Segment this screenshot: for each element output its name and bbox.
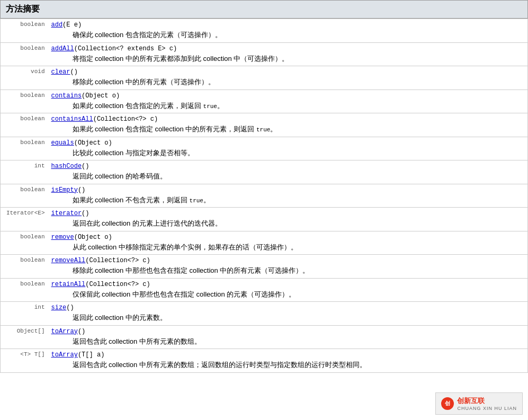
method-link[interactable]: add [51,21,63,29]
method-cell: containsAll(Collection<?> c)如果此 collecti… [48,113,528,137]
method-description: 从此 collection 中移除指定元素的单个实例，如果存在的话（可选操作）。 [51,242,525,253]
page-header: 方法摘要 [0,0,528,19]
method-cell: equals(Object o)比较此 collection 与指定对象是否相等… [48,137,528,160]
return-type-cell: int [1,160,48,184]
method-cell: remove(Object o)从此 collection 中移除指定元素的单个… [48,231,528,255]
method-description: 仅保留此 collection 中那些也包含在指定 collection 的元素… [51,289,525,300]
table-row: booleanremove(Object o)从此 collection 中移除… [1,231,528,255]
method-summary-table: booleanadd(E e)确保此 collection 包含指定的元素（可选… [0,19,528,373]
method-cell: isEmpty()如果此 collection 不包含元素，则返回 true。 [48,184,528,208]
method-description: 返回此 collection 中的元素数。 [51,312,525,323]
method-description: 移除此 collection 中那些也包含在指定 collection 中的所有… [51,265,525,276]
return-type-cell: boolean [1,184,48,208]
method-description: 如果此 collection 包含指定的元素，则返回 true。 [51,101,525,111]
method-cell: addAll(Collection<? extends E> c)将指定 col… [48,42,528,66]
method-description: 返回此 collection 的哈希码值。 [51,171,525,182]
method-description: 返回在此 collection 的元素上进行迭代的迭代器。 [51,218,525,229]
table-row: voidclear()移除此 collection 中的所有元素（可选操作）。 [1,66,528,90]
method-description: 将指定 collection 中的所有元素都添加到此 collection 中（… [51,53,525,64]
method-link[interactable]: remove [51,234,74,241]
method-link[interactable]: retainAll [51,281,86,288]
return-type-cell: boolean [1,231,48,255]
table-row: Iterator<E>iterator()返回在此 collection 的元素… [1,208,528,231]
table-row: booleanremoveAll(Collection<?> c)移除此 col… [1,255,528,279]
method-link[interactable]: equals [51,139,74,147]
table-row: booleancontains(Object o)如果此 collection … [1,90,528,113]
method-description: 返回包含此 collection 中所有元素的数组；返回数组的运行时类型与指定数… [51,360,525,370]
method-description: 比较此 collection 与指定对象是否相等。 [51,148,525,158]
method-link[interactable]: iterator [51,210,82,217]
method-description: 移除此 collection 中的所有元素（可选操作）。 [51,77,525,87]
method-description: 返回包含此 collection 中所有元素的数组。 [51,336,525,347]
logo-icon: 创 [441,397,454,410]
table-row: booleanaddAll(Collection<? extends E> c)… [1,42,528,66]
method-cell: iterator()返回在此 collection 的元素上进行迭代的迭代器。 [48,208,528,231]
return-type-cell: Object[] [1,325,48,349]
return-type-cell: boolean [1,90,48,113]
table-row: booleanadd(E e)确保此 collection 包含指定的元素（可选… [1,19,528,43]
table-row: booleancontainsAll(Collection<?> c)如果此 c… [1,113,528,137]
method-link[interactable]: addAll [51,45,74,52]
table-row: booleanequals(Object o)比较此 collection 与指… [1,137,528,160]
method-link[interactable]: containsAll [51,115,93,123]
method-link[interactable]: clear [51,68,70,76]
method-cell: clear()移除此 collection 中的所有元素（可选操作）。 [48,66,528,90]
return-type-cell: Iterator<E> [1,208,48,231]
table-row: booleanisEmpty()如果此 collection 不包含元素，则返回… [1,184,528,208]
method-cell: hashCode()返回此 collection 的哈希码值。 [48,160,528,184]
return-type-cell: void [1,66,48,90]
table-row: Object[]toArray()返回包含此 collection 中所有元素的… [1,325,528,349]
logo-text: 创新互联 CHUANG XIN HU LIAN [457,396,517,411]
method-cell: add(E e)确保此 collection 包含指定的元素（可选操作）。 [48,19,528,43]
method-link[interactable]: size [51,304,67,311]
return-type-cell: boolean [1,137,48,160]
return-type-cell: boolean [1,113,48,137]
table-row: booleanretainAll(Collection<?> c)仅保留此 co… [1,278,528,302]
return-type-cell: <T> T[] [1,349,48,373]
method-cell: toArray(T[] a)返回包含此 collection 中所有元素的数组；… [48,349,528,373]
method-description: 如果此 collection 不包含元素，则返回 true。 [51,195,525,205]
return-type-cell: boolean [1,278,48,302]
table-row: <T> T[]toArray(T[] a)返回包含此 collection 中所… [1,349,528,373]
method-link[interactable]: isEmpty [51,186,78,194]
return-type-cell: boolean [1,255,48,279]
method-description: 如果此 collection 包含指定 collection 中的所有元素，则返… [51,124,525,135]
method-link[interactable]: toArray [51,328,78,335]
method-description: 确保此 collection 包含指定的元素（可选操作）。 [51,30,525,40]
method-link[interactable]: toArray [51,351,78,359]
method-cell: contains(Object o)如果此 collection 包含指定的元素… [48,90,528,113]
method-cell: removeAll(Collection<?> c)移除此 collection… [48,255,528,279]
table-row: inthashCode()返回此 collection 的哈希码值。 [1,160,528,184]
page-title: 方法摘要 [6,4,40,13]
method-cell: size()返回此 collection 中的元素数。 [48,302,528,326]
return-type-cell: boolean [1,42,48,66]
logo-area: 创 创新互联 CHUANG XIN HU LIAN [435,392,523,415]
method-link[interactable]: hashCode [51,163,82,170]
return-type-cell: boolean [1,19,48,43]
table-row: intsize()返回此 collection 中的元素数。 [1,302,528,326]
method-cell: retainAll(Collection<?> c)仅保留此 collectio… [48,278,528,302]
method-link[interactable]: contains [51,92,82,100]
method-cell: toArray()返回包含此 collection 中所有元素的数组。 [48,325,528,349]
return-type-cell: int [1,302,48,326]
method-link[interactable]: removeAll [51,257,86,264]
